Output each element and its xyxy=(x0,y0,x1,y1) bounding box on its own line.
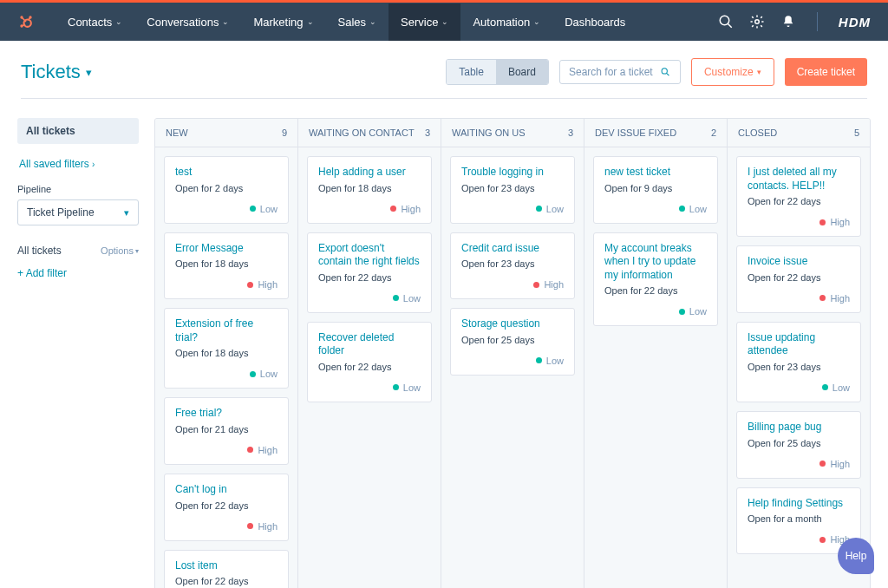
customize-button[interactable]: Customize▾ xyxy=(691,58,774,86)
ticket-age: Open for 22 days xyxy=(175,500,278,511)
ticket-age: Open for 23 days xyxy=(461,183,564,193)
ticket-card[interactable]: My account breaks when I try to update m… xyxy=(593,232,718,327)
ticket-card[interactable]: Storage questionOpen for 25 daysLow xyxy=(450,308,575,376)
ticket-title[interactable]: Error Message xyxy=(175,242,278,256)
view-toggle-table[interactable]: Table xyxy=(447,60,496,84)
column-header: WAITING ON CONTACT3 xyxy=(298,119,441,147)
ticket-age: Open for 22 days xyxy=(748,272,850,283)
column-closed: CLOSED5I just deleted all my contacts. H… xyxy=(728,119,870,588)
ticket-card[interactable]: Trouble logging inOpen for 23 daysLow xyxy=(450,156,575,224)
chevron-down-icon: ▾ xyxy=(135,247,139,255)
column-count: 2 xyxy=(711,127,716,138)
ticket-card[interactable]: Issue updating attendeeOpen for 23 daysL… xyxy=(736,322,861,402)
board: NEW9testOpen for 2 daysLowError MessageO… xyxy=(154,118,871,588)
nav-item-sales[interactable]: Sales⌄ xyxy=(326,3,389,41)
ticket-card[interactable]: Recover deleted folderOpen for 22 daysLo… xyxy=(307,322,432,402)
page-title-dropdown[interactable]: Tickets ▾ xyxy=(21,61,92,83)
ticket-title[interactable]: new test ticket xyxy=(604,166,707,180)
add-filter-button[interactable]: + Add filter xyxy=(17,267,139,279)
column-body: Trouble logging inOpen for 23 daysLowCre… xyxy=(441,147,584,384)
ticket-title[interactable]: Credit card issue xyxy=(461,242,564,256)
view-toggle-board[interactable]: Board xyxy=(496,60,548,84)
ticket-card[interactable]: Credit card issueOpen for 23 daysHigh xyxy=(450,232,575,300)
ticket-title[interactable]: Can't log in xyxy=(175,483,278,497)
ticket-age: Open for 23 days xyxy=(748,362,850,372)
nav-item-service[interactable]: Service⌄ xyxy=(388,3,460,41)
nav-item-dashboards[interactable]: Dashboards xyxy=(552,3,637,41)
ticket-title[interactable]: Help adding a user xyxy=(318,166,421,180)
nav-item-contacts[interactable]: Contacts⌄ xyxy=(56,3,134,41)
pipeline-select[interactable]: Ticket Pipeline ▾ xyxy=(17,199,139,225)
ticket-title[interactable]: Invoice issue xyxy=(748,255,850,269)
sidebar-all-tickets-active[interactable]: All tickets xyxy=(17,118,139,144)
ticket-card[interactable]: Help adding a userOpen for 18 daysHigh xyxy=(307,156,432,224)
column-name: CLOSED xyxy=(738,127,777,138)
search-box[interactable] xyxy=(559,60,681,84)
ticket-card[interactable]: Invoice issueOpen for 22 daysHigh xyxy=(736,245,861,313)
column-body: I just deleted all my contacts. HELP!!Op… xyxy=(728,147,870,563)
ticket-title[interactable]: Lost item xyxy=(175,559,278,573)
svg-line-8 xyxy=(728,23,732,28)
ticket-title[interactable]: Storage question xyxy=(461,317,564,331)
column-count: 3 xyxy=(568,127,573,138)
account-name[interactable]: HDM xyxy=(839,15,871,29)
ticket-card[interactable]: I just deleted all my contacts. HELP!!Op… xyxy=(736,156,861,237)
priority-label: Low xyxy=(260,204,278,214)
priority-dot-icon xyxy=(822,384,828,390)
column-count: 3 xyxy=(425,127,430,138)
ticket-card[interactable]: Lost itemOpen for 22 daysHigh xyxy=(164,550,289,588)
priority-label: Low xyxy=(832,382,850,393)
ticket-age: Open for 22 days xyxy=(175,576,278,586)
ticket-title[interactable]: I just deleted all my contacts. HELP!! xyxy=(748,166,850,193)
nav-item-marketing[interactable]: Marketing⌄ xyxy=(241,3,325,41)
ticket-card[interactable]: Error MessageOpen for 18 daysHigh xyxy=(164,232,289,300)
priority-label: Low xyxy=(546,356,564,366)
options-dropdown[interactable]: Options▾ xyxy=(101,245,139,256)
ticket-title[interactable]: Free trial? xyxy=(175,407,278,421)
column-new: NEW9testOpen for 2 daysLowError MessageO… xyxy=(155,119,298,588)
ticket-card[interactable]: new test ticketOpen for 9 daysLow xyxy=(593,156,718,224)
chevron-down-icon: ⌄ xyxy=(441,17,448,26)
ticket-card[interactable]: Free trial?Open for 21 daysHigh xyxy=(164,397,289,465)
ticket-title[interactable]: Trouble logging in xyxy=(461,166,564,180)
ticket-card[interactable]: Export doesn't contain the right fieldsO… xyxy=(307,232,432,313)
priority-dot-icon xyxy=(536,206,542,212)
view-toggle: Table Board xyxy=(446,59,549,85)
options-label: Options xyxy=(101,245,134,256)
ticket-title[interactable]: Export doesn't contain the right fields xyxy=(318,242,421,269)
ticket-age: Open for a month xyxy=(748,513,850,524)
ticket-title[interactable]: Extension of free trial? xyxy=(175,317,278,344)
ticket-title[interactable]: Issue updating attendee xyxy=(748,331,850,358)
ticket-title[interactable]: Billing page bug xyxy=(748,421,850,434)
search-input[interactable] xyxy=(569,66,660,78)
help-button[interactable]: Help xyxy=(838,538,874,574)
ticket-age: Open for 18 days xyxy=(175,348,278,358)
ticket-title[interactable]: Recover deleted folder xyxy=(318,331,421,358)
ticket-card[interactable]: Extension of free trial?Open for 18 days… xyxy=(164,308,289,389)
ticket-title[interactable]: Help finding Settings xyxy=(748,497,850,511)
ticket-title[interactable]: test xyxy=(175,166,278,180)
priority-label: High xyxy=(830,459,850,469)
priority-label: High xyxy=(258,445,278,455)
column-waiting-on-contact: WAITING ON CONTACT3Help adding a userOpe… xyxy=(298,119,441,588)
svg-line-11 xyxy=(667,74,669,76)
page-header: Tickets ▾ Table Board Customize▾ Create … xyxy=(0,41,888,98)
gear-icon[interactable] xyxy=(749,14,765,29)
nav-items: Contacts⌄Conversations⌄Marketing⌄Sales⌄S… xyxy=(56,3,637,41)
sidebar-saved-filters[interactable]: All saved filters › xyxy=(17,154,139,173)
priority-dot-icon xyxy=(393,384,399,390)
ticket-card[interactable]: testOpen for 2 daysLow xyxy=(164,156,289,224)
bell-icon[interactable] xyxy=(780,14,796,29)
column-name: NEW xyxy=(166,127,188,138)
priority-label: Low xyxy=(689,306,707,317)
ticket-title[interactable]: My account breaks when I try to update m… xyxy=(604,242,707,283)
nav-item-automation[interactable]: Automation⌄ xyxy=(460,3,552,41)
nav-item-conversations[interactable]: Conversations⌄ xyxy=(134,3,241,41)
ticket-card[interactable]: Can't log inOpen for 22 daysHigh xyxy=(164,474,289,541)
search-icon[interactable] xyxy=(718,14,734,29)
create-ticket-button[interactable]: Create ticket xyxy=(785,58,867,86)
column-header: DEV ISSUE FIXED2 xyxy=(584,119,727,147)
priority-dot-icon xyxy=(819,295,826,301)
chevron-down-icon: ⌄ xyxy=(369,17,376,26)
ticket-card[interactable]: Billing page bugOpen for 25 daysHigh xyxy=(736,411,861,479)
